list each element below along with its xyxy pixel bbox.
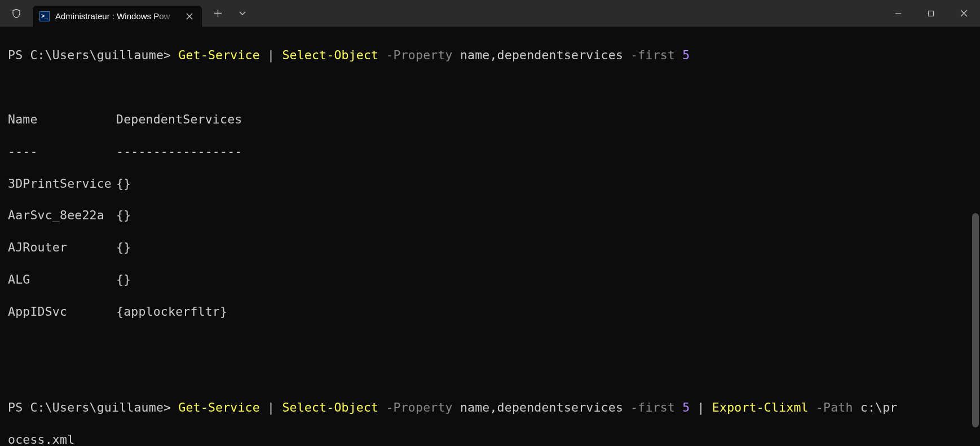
- prompt: PS C:\Users\guillaume>: [8, 400, 171, 414]
- table-divider: ----: [8, 144, 116, 160]
- close-icon: [960, 10, 968, 17]
- cell-dep: {}: [116, 176, 972, 192]
- powershell-icon: >_: [39, 11, 50, 21]
- minimize-button[interactable]: [882, 0, 915, 27]
- cmdlet: Select-Object: [282, 400, 378, 414]
- cell-name: 3DPrintService: [8, 176, 116, 192]
- close-window-button[interactable]: [947, 0, 980, 27]
- tab-close-button[interactable]: [184, 11, 195, 22]
- arg: c:\pr: [860, 400, 898, 414]
- maximize-button[interactable]: [915, 0, 947, 27]
- num: 5: [682, 400, 690, 414]
- num: 5: [682, 48, 690, 62]
- table-row: AJRouter{}: [8, 240, 972, 255]
- svg-rect-0: [929, 11, 934, 16]
- cell-dep: {}: [116, 207, 972, 223]
- pipe: |: [698, 400, 705, 414]
- plus-icon: [214, 10, 222, 17]
- prompt: PS C:\Users\guillaume>: [8, 48, 171, 62]
- admin-shield-area: [0, 0, 33, 27]
- table-divider: -----------------: [116, 144, 972, 160]
- cell-name: ALG: [8, 272, 116, 288]
- table-row: ALG{}: [8, 272, 972, 288]
- close-icon: [186, 13, 193, 20]
- pipe: |: [267, 48, 275, 62]
- tab-title: Administrateur : Windows Pow: [55, 11, 178, 21]
- tab-dropdown-button[interactable]: [230, 0, 255, 27]
- table-row: 3DPrintService{}: [8, 176, 972, 192]
- table-row: AarSvc_8ee22a{}: [8, 207, 972, 223]
- cmdlet: Get-Service: [178, 400, 260, 414]
- param: -first: [630, 48, 675, 62]
- tab-powershell[interactable]: >_ Administrateur : Windows Pow: [33, 6, 202, 27]
- new-tab-button[interactable]: [205, 0, 230, 27]
- table-header-name: Name: [8, 112, 116, 127]
- titlebar: >_ Administrateur : Windows Pow: [0, 0, 980, 27]
- scrollbar-thumb[interactable]: [972, 213, 979, 427]
- cell-name: AJRouter: [8, 240, 116, 255]
- cell-name: AppIDSvc: [8, 304, 116, 320]
- tab-actions: [205, 0, 255, 27]
- cell-dep: {}: [116, 272, 972, 288]
- cell-name: AarSvc_8ee22a: [8, 207, 116, 223]
- cell-dep: {applockerfltr}: [116, 304, 972, 320]
- table-row: AppIDSvc{applockerfltr}: [8, 304, 972, 320]
- pipe: |: [267, 400, 275, 414]
- window-controls: [882, 0, 980, 27]
- cmdlet: Get-Service: [178, 48, 260, 62]
- param: -Path: [816, 400, 853, 414]
- param: -first: [630, 400, 675, 414]
- arg-wrap: ocess.xml: [8, 432, 74, 446]
- shield-icon: [11, 8, 21, 19]
- cell-dep: {}: [116, 240, 972, 255]
- table-header-dep: DependentServices: [116, 112, 972, 127]
- arg: name,dependentservices: [460, 48, 623, 62]
- cmdlet: Select-Object: [282, 48, 378, 62]
- arg: name,dependentservices: [460, 400, 623, 414]
- terminal-content[interactable]: PS C:\Users\guillaume> Get-Service | Sel…: [0, 27, 980, 446]
- param: -Property: [386, 400, 452, 414]
- maximize-icon: [928, 10, 934, 17]
- minimize-icon: [895, 10, 902, 17]
- cmdlet: Export-Clixml: [712, 400, 809, 414]
- chevron-down-icon: [239, 11, 246, 16]
- param: -Property: [386, 48, 452, 62]
